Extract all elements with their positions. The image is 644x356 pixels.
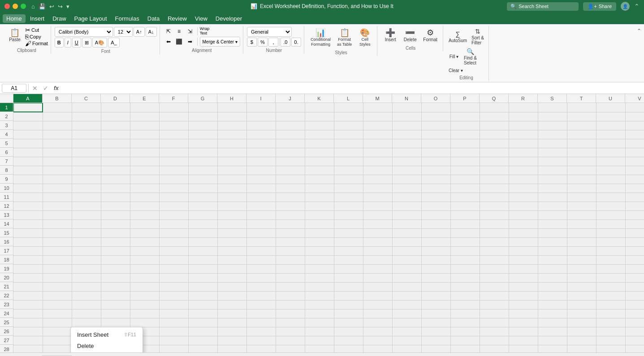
- cell-N22[interactable]: [392, 291, 421, 300]
- cell-Q4[interactable]: [480, 130, 509, 139]
- cell-F25[interactable]: [159, 318, 188, 327]
- cell-H9[interactable]: [217, 175, 246, 184]
- cell-S12[interactable]: [538, 202, 567, 210]
- cell-M21[interactable]: [363, 282, 392, 291]
- cell-V17[interactable]: [625, 246, 644, 255]
- cell-D20[interactable]: [101, 273, 130, 282]
- paste-button[interactable]: 📋 Paste: [5, 27, 24, 44]
- cell-B2[interactable]: [43, 112, 72, 121]
- cell-G28[interactable]: [188, 345, 217, 352]
- cell-F23[interactable]: [159, 300, 188, 309]
- cell-I9[interactable]: [246, 175, 276, 184]
- cell-N8[interactable]: [392, 166, 421, 175]
- cell-B26[interactable]: [43, 327, 72, 336]
- cell-O12[interactable]: [421, 202, 450, 210]
- cell-S8[interactable]: [538, 166, 567, 175]
- cell-A16[interactable]: [13, 237, 43, 246]
- cell-I10[interactable]: [246, 184, 276, 193]
- cell-J22[interactable]: [276, 291, 305, 300]
- cell-G4[interactable]: [188, 130, 217, 139]
- cell-Q19[interactable]: [480, 264, 509, 273]
- cell-N18[interactable]: [392, 255, 421, 264]
- cell-G15[interactable]: [188, 228, 217, 237]
- row-num-18[interactable]: 18: [0, 255, 13, 264]
- cell-B1[interactable]: [43, 103, 72, 112]
- cell-F19[interactable]: [159, 264, 188, 273]
- cell-A11[interactable]: [13, 193, 43, 202]
- cell-G6[interactable]: [188, 148, 217, 157]
- col-header-u[interactable]: U: [596, 94, 625, 103]
- cell-K22[interactable]: [305, 291, 334, 300]
- cell-D22[interactable]: [101, 291, 130, 300]
- font-name-select[interactable]: Calibri (Body): [55, 27, 113, 37]
- cell-V6[interactable]: [625, 148, 644, 157]
- font-color-button[interactable]: A_: [108, 38, 119, 47]
- fill-button[interactable]: Fill ▾: [447, 53, 461, 60]
- cell-A27[interactable]: [13, 336, 43, 345]
- cell-D1[interactable]: [101, 103, 130, 112]
- cell-U9[interactable]: [596, 175, 625, 184]
- cell-A6[interactable]: [13, 148, 43, 157]
- cell-T10[interactable]: [567, 184, 596, 193]
- cell-R4[interactable]: [509, 130, 538, 139]
- cell-N15[interactable]: [392, 228, 421, 237]
- cell-T28[interactable]: [567, 345, 596, 352]
- cell-C25[interactable]: [72, 318, 101, 327]
- cell-R10[interactable]: [509, 184, 538, 193]
- cell-A17[interactable]: [13, 246, 43, 255]
- cell-B21[interactable]: [43, 282, 72, 291]
- cell-G25[interactable]: [188, 318, 217, 327]
- cell-I25[interactable]: [246, 318, 276, 327]
- row-num-4[interactable]: 4: [0, 130, 13, 139]
- row-num-23[interactable]: 23: [0, 300, 13, 309]
- cell-T24[interactable]: [567, 309, 596, 318]
- cancel-formula-button[interactable]: ✕: [30, 85, 39, 92]
- cell-N27[interactable]: [392, 336, 421, 345]
- cell-H18[interactable]: [217, 255, 246, 264]
- cell-N26[interactable]: [392, 327, 421, 336]
- cell-K8[interactable]: [305, 166, 334, 175]
- align-center-button[interactable]: ⬛: [174, 37, 184, 46]
- cell-R16[interactable]: [509, 237, 538, 246]
- cell-G1[interactable]: [188, 103, 217, 112]
- cell-H10[interactable]: [217, 184, 246, 193]
- cell-G17[interactable]: [188, 246, 217, 255]
- cell-E10[interactable]: [130, 184, 159, 193]
- cell-B8[interactable]: [43, 166, 72, 175]
- cell-B16[interactable]: [43, 237, 72, 246]
- col-header-b[interactable]: B: [43, 94, 72, 103]
- cell-S20[interactable]: [538, 273, 567, 282]
- cell-I22[interactable]: [246, 291, 276, 300]
- cell-J3[interactable]: [276, 121, 305, 130]
- cell-T20[interactable]: [567, 273, 596, 282]
- cell-H22[interactable]: [217, 291, 246, 300]
- col-header-f[interactable]: F: [159, 94, 188, 103]
- cell-G14[interactable]: [188, 219, 217, 228]
- col-header-i[interactable]: I: [246, 94, 276, 103]
- cell-Q18[interactable]: [480, 255, 509, 264]
- cell-K24[interactable]: [305, 309, 334, 318]
- cell-E8[interactable]: [130, 166, 159, 175]
- cell-A7[interactable]: [13, 157, 43, 166]
- cell-H15[interactable]: [217, 228, 246, 237]
- cell-E3[interactable]: [130, 121, 159, 130]
- cell-R27[interactable]: [509, 336, 538, 345]
- cell-S13[interactable]: [538, 210, 567, 219]
- cell-G23[interactable]: [188, 300, 217, 309]
- cell-K17[interactable]: [305, 246, 334, 255]
- cell-H24[interactable]: [217, 309, 246, 318]
- cell-styles-button[interactable]: 🎨 CellStyles: [355, 27, 374, 49]
- cell-O27[interactable]: [421, 336, 450, 345]
- user-avatar[interactable]: 👤: [621, 2, 630, 11]
- col-header-m[interactable]: M: [363, 94, 392, 103]
- cell-I21[interactable]: [246, 282, 276, 291]
- cell-K4[interactable]: [305, 130, 334, 139]
- cell-O21[interactable]: [421, 282, 450, 291]
- cell-L3[interactable]: [334, 121, 363, 130]
- cell-C16[interactable]: [72, 237, 101, 246]
- cell-K5[interactable]: [305, 139, 334, 148]
- cell-T6[interactable]: [567, 148, 596, 157]
- cell-B11[interactable]: [43, 193, 72, 202]
- cell-D3[interactable]: [101, 121, 130, 130]
- cell-D24[interactable]: [101, 309, 130, 318]
